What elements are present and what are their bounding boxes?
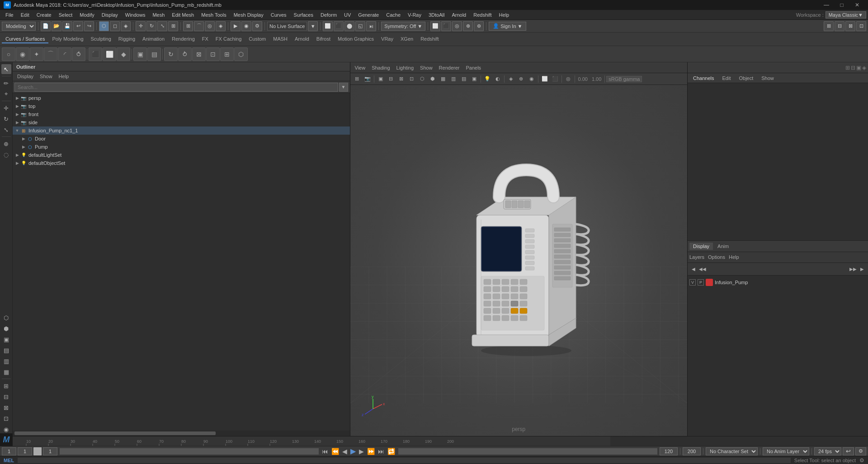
minimize-button[interactable]: — <box>819 0 834 10</box>
render-settings-icon[interactable]: ⊟ <box>1 392 11 402</box>
camera-btn-1[interactable]: ⬜ <box>323 21 333 31</box>
loop-button[interactable]: 🔁 <box>387 448 396 455</box>
channels-tab[interactable]: Channels <box>689 75 717 82</box>
menu-edit-mesh[interactable]: Edit Mesh <box>168 11 198 19</box>
options-tab[interactable]: Options <box>708 254 725 260</box>
vp-icon-light[interactable]: 💡 <box>482 75 492 84</box>
menu-arnold[interactable]: Arnold <box>448 11 470 19</box>
vp-icon-shadow[interactable]: ◐ <box>493 75 503 84</box>
shelf-icon-square[interactable]: ⊞ <box>220 47 234 61</box>
live-surface-dropdown[interactable]: ▼ <box>308 21 318 31</box>
expand-icon-lightset[interactable]: ▶ <box>14 152 20 158</box>
vp-icon-display-5[interactable]: ▦ <box>438 75 448 84</box>
sculpt-tool-icon[interactable]: ⌖ <box>1 89 11 99</box>
vp-tab-lighting[interactable]: Lighting <box>394 64 417 71</box>
shelf-tab-rigging[interactable]: Rigging <box>115 35 139 43</box>
tb-display-2[interactable]: ⬛ <box>441 21 451 31</box>
end-frame-field[interactable]: 120 <box>660 447 678 455</box>
menu-mesh-tools[interactable]: Mesh Tools <box>198 11 230 19</box>
display-mode-1[interactable]: ⬡ <box>1 313 11 323</box>
prev-key-button[interactable]: ⏪ <box>330 448 340 455</box>
universal-manip-button[interactable]: ⊞ <box>168 21 178 31</box>
vp-tab-show[interactable]: Show <box>417 64 435 71</box>
shelf-tab-redshift[interactable]: Redshift <box>417 35 442 43</box>
vp-icon-xray[interactable]: ◈ <box>506 75 516 84</box>
tb-display-4[interactable]: ⊕ <box>463 21 473 31</box>
play-button[interactable]: ▶ <box>349 447 357 455</box>
shelf-icon-bevel[interactable]: ⬡ <box>234 47 248 61</box>
rp-icon-3[interactable]: ▣ <box>856 65 861 71</box>
shelf-tab-arnold[interactable]: Arnold <box>291 35 313 43</box>
menu-mesh[interactable]: Mesh <box>149 11 168 19</box>
shelf-icon-diamond[interactable]: ◆ <box>117 47 130 61</box>
help-tab[interactable]: Help <box>729 254 739 260</box>
vp-tab-view[interactable]: View <box>352 64 368 71</box>
ipr-render-button[interactable]: ◉ <box>241 21 251 31</box>
mel-script-input[interactable] <box>18 458 791 463</box>
display-mode-5[interactable]: ▥ <box>1 356 11 366</box>
rp-icon-2[interactable]: ⊟ <box>851 65 855 71</box>
vp-icon-bookmark[interactable]: ⊞ <box>352 75 362 84</box>
prev-frame-button[interactable]: ◀ <box>341 448 348 455</box>
timeline-ruler[interactable]: 1 10 20 30 40 50 60 70 80 90 1 <box>0 436 868 446</box>
vp-tab-renderer[interactable]: Renderer <box>436 64 462 71</box>
rp-icon-1[interactable]: ⊞ <box>845 65 850 71</box>
vp-icon-display-1[interactable]: ⊠ <box>396 75 406 84</box>
fps-dropdown[interactable]: 24 fps <box>814 447 841 455</box>
frame-number-field[interactable]: 1 <box>43 447 57 455</box>
shelf-tab-animation[interactable]: Animation <box>139 35 168 43</box>
layer-add-icon[interactable]: ◀ <box>689 265 698 273</box>
layers-tab[interactable]: Layers <box>689 254 704 260</box>
vp-icon-ao[interactable]: ◉ <box>527 75 537 84</box>
vp-icon-display-7[interactable]: ▤ <box>459 75 469 84</box>
camera-btn-4[interactable]: ◱ <box>355 21 365 31</box>
universal-tool-icon[interactable]: ⊕ <box>1 139 11 149</box>
vp-icon-camera[interactable]: 📷 <box>363 75 373 84</box>
outliner-tab-show[interactable]: Show <box>37 73 55 80</box>
save-scene-button[interactable]: 💾 <box>62 21 72 31</box>
paint-select-button[interactable]: ◈ <box>121 21 131 31</box>
3d-viewport[interactable]: x y z persp <box>350 85 688 436</box>
paint-tool-icon[interactable]: ✏ <box>1 78 11 88</box>
menu-uv[interactable]: UV <box>340 11 354 19</box>
scale-tool-icon[interactable]: ⤡ <box>1 125 11 135</box>
shelf-icon-loft[interactable]: ▤ <box>147 47 161 61</box>
menu-help[interactable]: Help <box>495 11 513 19</box>
current-frame-field[interactable]: 1 <box>18 447 32 455</box>
shelf-icon-arc[interactable]: ◜ <box>58 47 71 61</box>
expand-icon-objset[interactable]: ▶ <box>14 160 20 166</box>
layer-visibility-p[interactable]: P <box>698 279 704 286</box>
go-to-start-button[interactable]: ⏮ <box>321 448 329 455</box>
shelf-icon-extrude[interactable]: ▣ <box>133 47 147 61</box>
vp-icon-display-4[interactable]: ⬢ <box>428 75 438 84</box>
start-frame-field[interactable]: 1 <box>2 447 16 455</box>
snap-to-curve-button[interactable]: ⌒ <box>194 21 204 31</box>
expand-icon-front[interactable]: ▶ <box>14 112 20 117</box>
edit-tab[interactable]: Edit <box>718 75 734 82</box>
shelf-tab-fx[interactable]: FX <box>198 35 212 43</box>
no-character-set-dropdown[interactable]: No Character Set <box>706 447 758 455</box>
menu-redshift[interactable]: Redshift <box>470 11 495 19</box>
render-all-icon[interactable]: ⊠ <box>1 403 11 412</box>
shelf-tab-motion-graphics[interactable]: Motion Graphics <box>334 35 377 43</box>
display-tab[interactable]: Display <box>689 243 713 250</box>
outliner-tab-help[interactable]: Help <box>56 73 72 80</box>
display-mode-2[interactable]: ⬢ <box>1 323 11 333</box>
expand-icon-top[interactable]: ▶ <box>14 103 20 109</box>
shelf-icon-birail[interactable]: ⊠ <box>192 47 206 61</box>
display-mode-3[interactable]: ▣ <box>1 334 11 344</box>
shelf-icon-box[interactable]: ⬜ <box>103 47 116 61</box>
layout-btn-3[interactable]: ⊠ <box>845 21 855 31</box>
render-settings-button[interactable]: ⚙ <box>252 21 262 31</box>
tree-item-infusion-pump-group[interactable]: ▼ ⊞ Infusion_Pump_nc1_1 <box>13 127 350 135</box>
shelf-tab-curves-surfaces[interactable]: Curves / Surfaces <box>2 35 48 43</box>
vp-icon-grid[interactable]: ⊟ <box>386 75 396 84</box>
rp-icon-4[interactable]: ◈ <box>862 65 866 71</box>
shelf-tab-rendering[interactable]: Rendering <box>168 35 198 43</box>
layout-btn-2[interactable]: ⊟ <box>835 21 844 31</box>
render-current-button[interactable]: ▶ <box>231 21 241 31</box>
sign-in-button[interactable]: 👤 Sign In ▼ <box>489 22 526 31</box>
shelf-tab-xgen[interactable]: XGen <box>397 35 417 43</box>
shelf-icon-boundary[interactable]: ⊡ <box>206 47 220 61</box>
menu-vray[interactable]: V-Ray <box>404 11 425 19</box>
